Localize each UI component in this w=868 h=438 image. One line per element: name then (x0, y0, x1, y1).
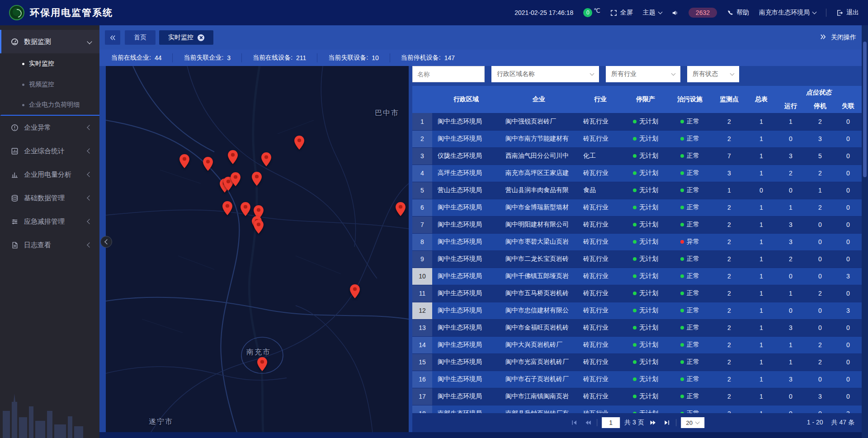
cell-industry: 砖瓦行业 (578, 388, 623, 405)
last-page-button[interactable] (662, 418, 671, 427)
cell-index[interactable]: 13 (412, 319, 432, 336)
cell-index[interactable]: 11 (412, 285, 432, 302)
treatment-status-dot (680, 171, 684, 175)
cell-index[interactable]: 14 (412, 336, 432, 353)
cell-region: 南部生态环境局 (432, 405, 500, 413)
map-pin[interactable] (203, 157, 213, 173)
cell-run: 1 (776, 353, 806, 371)
table-row[interactable]: 5 营山生态环境局 营山县润丰肉食品有限 食品 无计划 正常 1 0 0 1 (412, 182, 862, 199)
sidebar-item[interactable]: 企业电力负荷明细 (0, 95, 99, 116)
table-row[interactable]: 4 高坪生态环境局 南充市高坪区王家店建 砖瓦行业 无计划 正常 3 1 2 (412, 165, 862, 182)
map-collapse-toggle[interactable] (100, 236, 112, 248)
cell-lost: 0 (835, 199, 862, 216)
cell-index[interactable]: 10 (412, 268, 432, 285)
cell-index[interactable]: 1 (412, 113, 432, 130)
tab[interactable]: 首页 (125, 30, 156, 45)
help-button[interactable]: 帮助 (727, 9, 749, 17)
table-row[interactable]: 2 阆中生态环境局 阆中市南方节能建材有 砖瓦行业 无计划 正常 2 1 0 (412, 130, 862, 147)
cell-index[interactable]: 8 (412, 233, 432, 250)
app-shell: 数据监测 实时监控 视频监控 企业电力负荷明细 (0, 25, 868, 438)
cell-treatment: 正常 (668, 216, 712, 233)
cell-index[interactable]: 5 (412, 182, 432, 199)
cell-index[interactable]: 6 (412, 199, 432, 216)
table-row[interactable]: 8 阆中生态环境局 阆中市枣碧大梁山页岩 砖瓦行业 无计划 异常 2 1 3 (412, 233, 862, 250)
map-pin[interactable] (228, 150, 238, 166)
table-row[interactable]: 3 仪陇生态环境局 西南油气田分公司川中 化工 无计划 正常 7 1 3 5 (412, 147, 862, 165)
tab-close-icon[interactable] (198, 34, 204, 41)
map-pin[interactable] (222, 201, 232, 217)
name-filter-input[interactable] (412, 66, 485, 82)
page-scrollbar-thumb[interactable] (863, 42, 867, 177)
status-filter-select[interactable]: 所有状态 (687, 66, 739, 82)
tab[interactable]: 实时监控 (159, 30, 213, 45)
map-pin[interactable] (396, 202, 406, 218)
table-row[interactable]: 13 阆中生态环境局 阆中市金福旺页岩机砖 砖瓦行业 无计划 正常 2 1 3 (412, 319, 862, 336)
alarm-sound-button[interactable] (672, 9, 679, 16)
org-menu[interactable]: 南充市生态环境局 (759, 9, 816, 17)
industry-filter-select[interactable]: 所有行业 (606, 66, 680, 82)
theme-menu[interactable]: 主题 (643, 9, 662, 17)
table-row[interactable]: 10 阆中生态环境局 阆中千佛镇五郎垭页岩 砖瓦行业 无计划 正常 2 1 0 (412, 268, 862, 285)
region-filter-select[interactable]: 行政区域名称 (491, 66, 599, 82)
sidebar-item[interactable]: 企业异常 (0, 116, 99, 139)
table-row[interactable]: 14 阆中生态环境局 阆中大兴页岩机砖厂 砖瓦行业 无计划 正常 2 1 1 (412, 336, 862, 353)
alarm-count-badge[interactable]: 2632 (689, 8, 717, 18)
page-number-input[interactable] (602, 417, 620, 428)
map-pin[interactable] (257, 357, 267, 373)
cell-index[interactable]: 18 (412, 405, 432, 413)
sidebar-item[interactable]: 实时监控 (0, 53, 99, 74)
sidebar-item[interactable]: 企业用电量分析 (0, 163, 99, 186)
table-row[interactable]: 12 阆中生态环境局 阆中市忠信建材有限公 砖瓦行业 无计划 正常 2 1 0 (412, 302, 862, 319)
cell-industry: 砖瓦行业 (578, 199, 623, 216)
first-page-button[interactable] (570, 418, 579, 427)
table-row[interactable]: 9 阆中生态环境局 阆中市二龙长宝页岩砖 砖瓦行业 无计划 正常 2 1 2 (412, 250, 862, 268)
next-page-button[interactable] (649, 418, 658, 427)
sidebar-item[interactable]: 企业综合统计 (0, 139, 99, 163)
sidebar-item[interactable]: 日志查看 (0, 233, 99, 257)
prev-page-button[interactable] (583, 418, 592, 427)
sidebar-item[interactable]: 基础数据管理 (0, 186, 99, 210)
table-row[interactable]: 17 阆中生态环境局 阆中市江南镇阆南页岩 砖瓦行业 无计划 正常 2 1 0 (412, 388, 862, 405)
fullscreen-button[interactable]: 全屏 (610, 9, 633, 17)
stat-label: 当前停机设备: (401, 54, 441, 62)
map-pin[interactable] (231, 172, 241, 188)
close-operations-menu[interactable]: 关闭操作 (820, 33, 856, 42)
map-pin[interactable] (261, 152, 271, 168)
cell-index[interactable]: 2 (412, 130, 432, 147)
cell-index[interactable]: 15 (412, 353, 432, 371)
chevron-down-icon (812, 9, 817, 14)
cell-index[interactable]: 9 (412, 250, 432, 268)
table-row[interactable]: 1 阆中生态环境局 阆中强锐页岩砖厂 砖瓦行业 无计划 正常 2 1 1 2 (412, 113, 862, 130)
cell-index[interactable]: 17 (412, 388, 432, 405)
table-row[interactable]: 7 阆中生态环境局 阆中明阳建材有限公司 砖瓦行业 无计划 正常 2 1 3 (412, 216, 862, 233)
table-row[interactable]: 18 南部生态环境局 南部县升钟页岩砖厂有 砖瓦行业 无计划 正常 2 1 0 (412, 405, 862, 413)
map-pin[interactable] (254, 220, 264, 235)
cell-lost: 0 (835, 182, 862, 199)
cell-region: 阆中生态环境局 (432, 233, 500, 250)
sidebar-item[interactable]: 数据监测 (0, 30, 99, 53)
cell-run: 0 (776, 405, 806, 413)
sidebar-item-label: 企业综合统计 (24, 147, 65, 155)
datetime: 2021-02-25 17:46:18 (514, 9, 573, 16)
table-row[interactable]: 16 阆中生态环境局 阆中市石子页岩机砖厂 砖瓦行业 无计划 正常 2 1 3 (412, 371, 862, 388)
table-row[interactable]: 11 阆中生态环境局 阆中市五马桥页岩机砖 砖瓦行业 无计划 正常 2 1 1 (412, 285, 862, 302)
map-pin[interactable] (252, 172, 262, 188)
sidebar-item[interactable]: 应急减排管理 (0, 210, 99, 233)
cell-index[interactable]: 16 (412, 371, 432, 388)
tabs-scroll-left-button[interactable] (105, 30, 120, 45)
cell-index[interactable]: 12 (412, 302, 432, 319)
map-pin[interactable] (179, 154, 189, 170)
logout-button[interactable]: 退出 (836, 9, 859, 17)
page-size-select[interactable]: 20 (681, 417, 704, 428)
page-scrollbar-track[interactable] (862, 25, 868, 438)
sidebar-item[interactable]: 视频监控 (0, 74, 99, 95)
map-pin[interactable] (294, 136, 304, 151)
map-pin[interactable] (241, 202, 250, 218)
cell-index[interactable]: 3 (412, 147, 432, 165)
map-pin[interactable] (350, 284, 360, 300)
map[interactable]: 巴中市 南充市 遂宁市 (106, 66, 409, 432)
table-row[interactable]: 6 阆中生态环境局 阆中市金博瑞新型墙材 砖瓦行业 无计划 正常 2 1 1 (412, 199, 862, 216)
table-row[interactable]: 15 阆中生态环境局 阆中市光富页岩机砖厂 砖瓦行业 无计划 正常 2 1 1 (412, 353, 862, 371)
cell-index[interactable]: 4 (412, 165, 432, 182)
cell-index[interactable]: 7 (412, 216, 432, 233)
